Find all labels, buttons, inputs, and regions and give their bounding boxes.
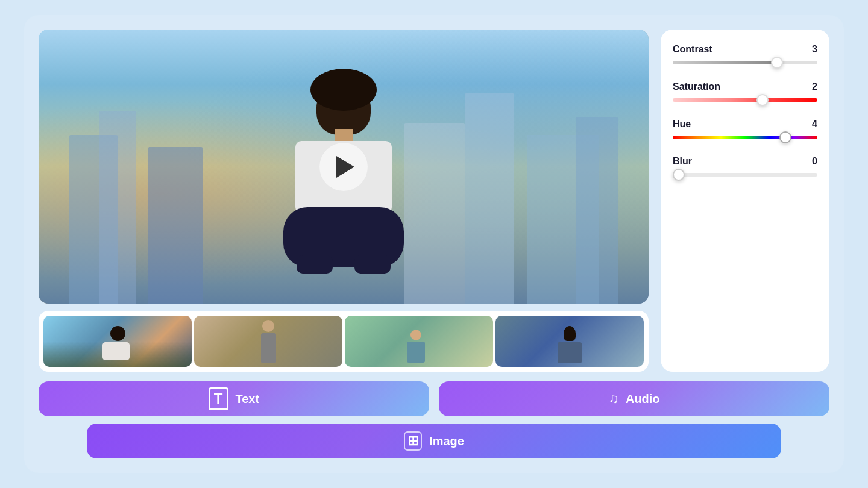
text-icon: T: [209, 387, 228, 410]
thumbnail-4[interactable]: [495, 316, 644, 367]
contrast-header: Contrast 3: [673, 44, 817, 55]
hue-label: Hue: [673, 119, 691, 130]
image-button[interactable]: ⊞ Image: [87, 424, 781, 458]
contrast-thumb[interactable]: [771, 57, 783, 69]
thumbnail-3[interactable]: [345, 316, 493, 367]
blur-thumb[interactable]: [673, 169, 685, 181]
text-button-label: Text: [236, 392, 260, 406]
saturation-thumb[interactable]: [756, 94, 769, 106]
hue-control: Hue 4: [673, 119, 817, 139]
image-icon: ⊞: [404, 431, 422, 451]
thumbnail-2[interactable]: [194, 316, 342, 367]
blur-slider[interactable]: [673, 173, 817, 177]
thumbnail-1[interactable]: [43, 316, 192, 367]
contrast-value: 3: [812, 44, 817, 55]
contrast-slider[interactable]: [673, 61, 817, 64]
audio-icon: ♫: [608, 391, 618, 407]
top-button-row: T Text ♫ Audio: [39, 381, 829, 416]
video-player: [39, 30, 649, 304]
blur-control: Blur 0: [673, 156, 817, 177]
bottom-buttons: T Text ♫ Audio ⊞ Image: [39, 381, 829, 458]
bottom-button-row: ⊞ Image: [39, 424, 829, 458]
hue-slider[interactable]: [673, 136, 817, 139]
play-button[interactable]: [319, 143, 368, 191]
blur-header: Blur 0: [673, 156, 817, 167]
thumbnail-strip: [39, 311, 649, 372]
audio-button-label: Audio: [626, 392, 660, 406]
saturation-value: 2: [812, 81, 817, 92]
top-row: Contrast 3 Saturation 2: [39, 30, 829, 372]
saturation-header: Saturation 2: [673, 81, 817, 92]
contrast-label: Contrast: [673, 44, 712, 55]
text-button[interactable]: T Text: [39, 381, 429, 416]
hue-thumb[interactable]: [779, 131, 791, 143]
blur-value: 0: [812, 156, 817, 167]
saturation-label: Saturation: [673, 81, 720, 92]
main-container: Contrast 3 Saturation 2: [24, 15, 844, 473]
saturation-control: Saturation 2: [673, 81, 817, 102]
hue-header: Hue 4: [673, 119, 817, 130]
saturation-slider[interactable]: [673, 98, 817, 102]
contrast-control: Contrast 3: [673, 44, 817, 64]
controls-panel: Contrast 3 Saturation 2: [661, 30, 829, 372]
video-section: [39, 30, 649, 372]
hue-value: 4: [812, 119, 817, 130]
blur-label: Blur: [673, 156, 692, 167]
audio-button[interactable]: ♫ Audio: [439, 381, 829, 416]
person-figure: [265, 81, 422, 304]
image-button-label: Image: [429, 434, 464, 448]
play-icon: [336, 156, 354, 178]
